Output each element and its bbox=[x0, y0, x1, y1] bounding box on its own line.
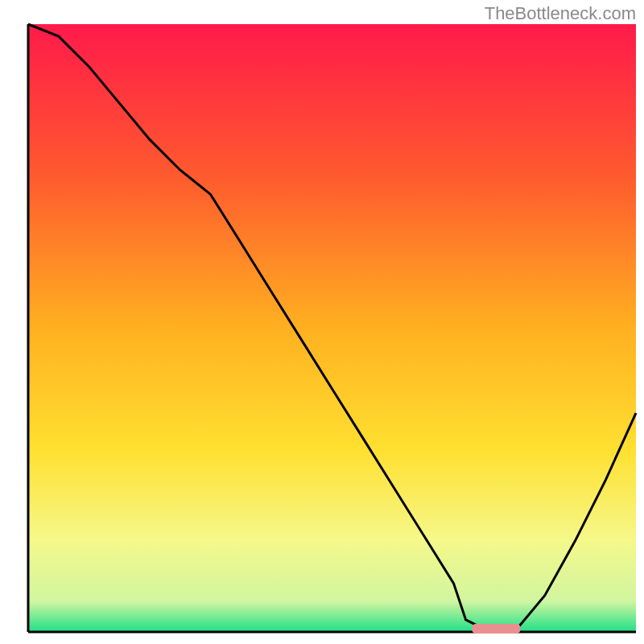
watermark-text: TheBottleneck.com bbox=[485, 3, 636, 24]
chart-container: TheBottleneck.com bbox=[0, 0, 644, 644]
plot-background bbox=[28, 24, 636, 632]
optimal-marker bbox=[472, 624, 520, 634]
chart-svg bbox=[0, 0, 644, 644]
